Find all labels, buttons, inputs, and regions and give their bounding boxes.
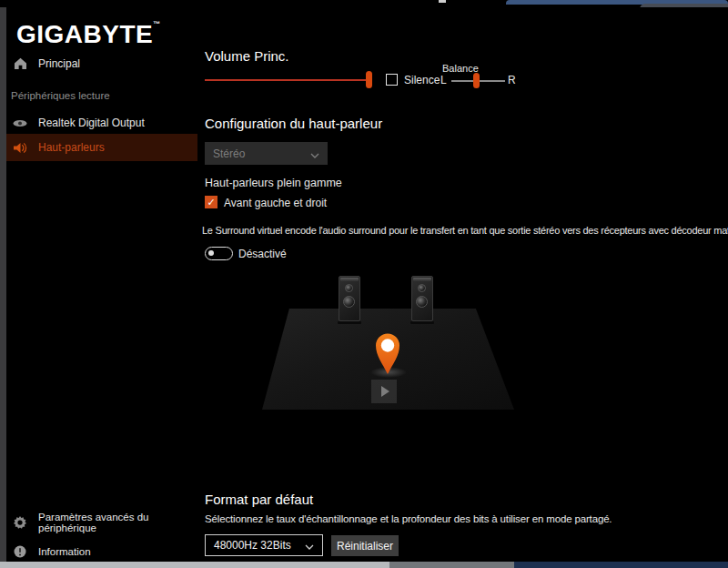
test-play-button[interactable] bbox=[371, 380, 397, 403]
background-left-edge bbox=[0, 7, 6, 563]
home-icon bbox=[13, 56, 27, 71]
full-range-title: Haut-parleurs plein gamme bbox=[205, 177, 342, 189]
surround-toggle[interactable] bbox=[205, 247, 233, 260]
speaker-base bbox=[410, 321, 434, 324]
mute-label: Silence bbox=[404, 74, 440, 86]
sidebar-item-label: Paramètres avancés du périphérique bbox=[38, 512, 197, 533]
default-format-title: Format par défaut bbox=[205, 492, 313, 507]
balance-label: Balance bbox=[442, 63, 479, 74]
left-speaker-graphic bbox=[339, 276, 360, 321]
trademark-symbol: ™ bbox=[153, 20, 160, 28]
play-icon bbox=[381, 386, 389, 397]
sidebar-item-label: Haut-parleurs bbox=[38, 141, 105, 154]
sidebar-section-label: Périphériques lecture bbox=[11, 90, 110, 101]
speaker-base bbox=[338, 321, 361, 324]
mute-checkbox[interactable] bbox=[386, 74, 398, 86]
sidebar-item-label: Principal bbox=[38, 57, 80, 70]
surround-description: Le Surround virtuel encode l'audio surro… bbox=[202, 225, 728, 236]
dropdown-value: Stéréo bbox=[213, 147, 245, 160]
chevron-down-icon bbox=[305, 537, 314, 553]
info-icon bbox=[13, 544, 27, 559]
listener-position-pin[interactable] bbox=[374, 333, 401, 379]
background-tick bbox=[439, 0, 446, 3]
speaker-woofer bbox=[343, 296, 355, 308]
sidebar-item-realtek-digital-output[interactable]: Realtek Digital Output bbox=[6, 109, 197, 137]
balance-slider-thumb[interactable] bbox=[473, 73, 480, 88]
dropdown-value: 48000Hz 32Bits bbox=[214, 539, 291, 552]
speaker-tweeter bbox=[345, 284, 353, 292]
toggle-knob bbox=[208, 250, 214, 256]
chevron-down-icon bbox=[310, 146, 319, 162]
speaker-icon bbox=[13, 140, 27, 155]
speaker-tweeter bbox=[418, 284, 426, 292]
gear-icon bbox=[13, 515, 27, 530]
background-bottom-light bbox=[0, 562, 389, 568]
optical-output-icon bbox=[13, 116, 27, 130]
surround-toggle-state: Désactivé bbox=[238, 248, 287, 260]
sidebar-item-label: Information bbox=[38, 546, 91, 557]
balance-left-label: L bbox=[440, 74, 447, 86]
sidebar-item-information[interactable]: Information bbox=[6, 538, 197, 562]
right-speaker-graphic bbox=[411, 276, 433, 321]
volume-title: Volume Princ. bbox=[205, 48, 289, 64]
default-format-description: Sélectionnez le taux d'échantillonnage e… bbox=[205, 513, 612, 524]
reset-button[interactable]: Réinitialiser bbox=[331, 535, 399, 556]
app-window: GIGABYTE™ Principal Périphériques lectur… bbox=[6, 7, 728, 562]
volume-slider-track[interactable] bbox=[205, 79, 371, 81]
speaker-top-face bbox=[340, 278, 359, 281]
gigabyte-logo: GIGABYTE™ bbox=[16, 20, 160, 49]
sidebar-item-advanced-settings[interactable]: Paramètres avancés du périphérique bbox=[6, 509, 197, 536]
volume-slider-thumb[interactable] bbox=[366, 71, 372, 88]
sample-rate-dropdown[interactable]: 48000Hz 32Bits bbox=[205, 534, 323, 556]
sidebar-item-principal[interactable]: Principal bbox=[6, 50, 197, 77]
speaker-config-dropdown[interactable]: Stéréo bbox=[205, 142, 328, 165]
reset-button-label: Réinitialiser bbox=[337, 540, 393, 553]
background-bottom-mid bbox=[389, 562, 514, 568]
front-speakers-checkbox[interactable]: ✓ bbox=[205, 196, 217, 208]
front-speakers-label: Avant gauche et droit bbox=[224, 197, 327, 209]
balance-right-label: R bbox=[508, 74, 516, 86]
speaker-top-face bbox=[413, 278, 431, 281]
checkmark-icon: ✓ bbox=[207, 197, 215, 208]
speaker-woofer bbox=[416, 296, 428, 308]
sidebar-item-label: Realtek Digital Output bbox=[38, 117, 145, 129]
speaker-config-title: Configuration du haut-parleur bbox=[205, 116, 382, 131]
sidebar-item-haut-parleurs-selected[interactable]: Haut-parleurs bbox=[6, 134, 197, 161]
